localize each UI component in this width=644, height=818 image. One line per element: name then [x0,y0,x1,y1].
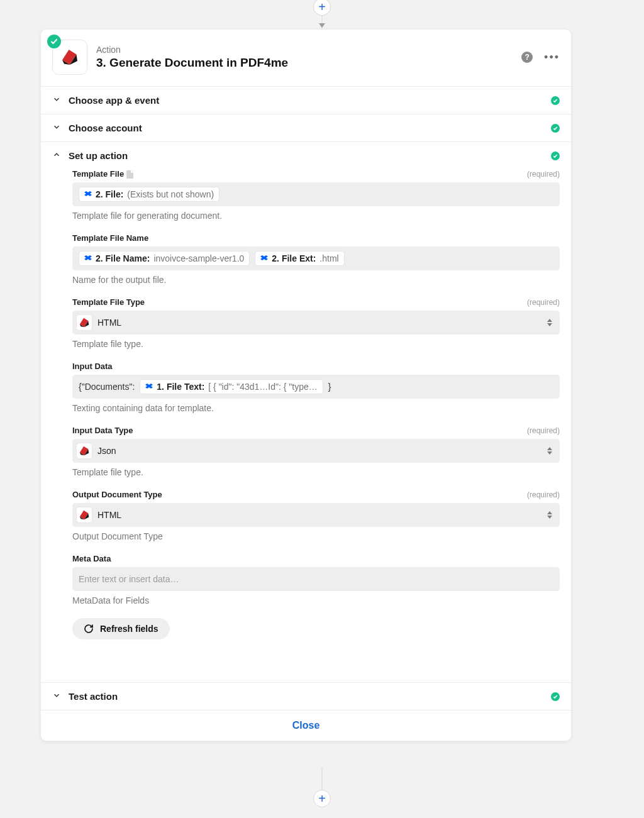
template-file-help: Template file for generating document. [72,211,560,221]
section-choose-app-label: Choose app & event [69,95,159,106]
input-data-suffix: } [328,382,331,392]
meta-data-input[interactable]: Enter text or insert data… [72,567,560,591]
input-data-help: Texting containing data for template. [72,403,560,413]
pill-key: 1. File Text: [157,382,204,392]
header-eyebrow: Action [96,45,513,55]
file-pill[interactable]: 2. File: (Exists but not shown) [79,187,219,202]
template-file-name-help: Name for the output file. [72,275,560,285]
check-icon [551,124,560,133]
status-complete-badge [47,35,61,48]
section-test-action[interactable]: Test action [41,682,571,710]
help-icon[interactable]: ? [521,52,533,63]
field-input-data: Input Data {"Documents": 1. File Text: [… [72,362,560,413]
template-file-type-select[interactable]: HTML [72,311,560,334]
required-label: (required) [527,490,560,499]
add-step-button-bottom[interactable]: + [313,790,331,807]
input-data-prefix: {"Documents": [79,382,135,392]
template-file-name-input[interactable]: 2. File Name: invoivce-sample-ver1.0 2. … [72,246,560,270]
output-doc-type-label: Output Document Type [72,490,162,499]
output-doc-type-select[interactable]: HTML [72,503,560,527]
more-menu-icon[interactable]: ••• [544,51,560,64]
input-data-type-label: Input Data Type [72,426,133,435]
sort-icon [547,447,552,455]
pill-val: (Exists but not shown) [127,189,214,199]
field-input-data-type: Input Data Type (required) Json Template… [72,426,560,477]
required-label: (required) [527,426,560,435]
pill-val: invoivce-sample-ver1.0 [153,253,244,263]
pill-val: [ { "id": "43d1…Id": { "type… [208,382,318,392]
section-choose-app[interactable]: Choose app & event [41,86,571,114]
required-label: (required) [527,170,560,179]
chevron-down-icon [52,123,61,133]
chevron-down-icon [52,95,61,106]
field-template-file-name: Template File Name 2. File Name: invoivc… [72,233,560,285]
pill-key: 2. File Ext: [272,253,316,263]
close-button[interactable]: Close [41,710,571,741]
pdf4me-icon [76,314,92,331]
template-file-name-label: Template File Name [72,233,148,243]
arrowhead-icon [319,23,325,28]
check-icon [551,152,560,160]
sort-icon [547,319,552,326]
input-data-label: Input Data [72,362,113,371]
field-output-doc-type: Output Document Type (required) HTML Out… [72,490,560,541]
header-title: 3. Generate Document in PDF4me [96,56,513,70]
input-data-type-help: Template file type. [72,467,560,477]
file-ext-pill[interactable]: 2. File Ext: .html [255,251,344,266]
field-template-file: Template File (required) 2. File: (Exist… [72,169,560,221]
template-file-input[interactable]: 2. File: (Exists but not shown) [72,182,560,206]
refresh-fields-button[interactable]: Refresh fields [72,618,170,639]
output-doc-type-help: Output Document Type [72,531,560,541]
dropbox-icon [84,255,92,262]
file-icon [126,170,133,179]
template-file-type-label: Template File Type [72,297,145,307]
template-file-label: Template File [72,169,133,179]
required-label: (required) [527,298,560,307]
section-choose-account[interactable]: Choose account [41,114,571,141]
template-file-type-help: Template file type. [72,339,560,349]
select-value: HTML [97,318,121,328]
select-value: HTML [97,510,121,520]
dropbox-icon [84,191,92,198]
refresh-fields-label: Refresh fields [100,624,158,634]
pill-val: .html [319,253,338,263]
dropbox-icon [260,255,268,262]
pill-key: 2. File: [96,189,123,199]
section-test-label: Test action [69,691,118,702]
file-name-pill[interactable]: 2. File Name: invoivce-sample-ver1.0 [79,251,250,266]
action-card: Action 3. Generate Document in PDF4me ? … [40,29,572,741]
section-choose-account-label: Choose account [69,123,142,133]
section-set-up-action[interactable]: Set up action [41,141,571,169]
pdf4me-icon [76,507,92,523]
chevron-up-icon [52,150,61,161]
check-icon [551,96,560,105]
sort-icon [547,511,552,519]
input-data-input[interactable]: {"Documents": 1. File Text: [ { "id": "4… [72,375,560,399]
meta-data-placeholder: Enter text or insert data… [79,574,179,584]
chevron-down-icon [52,691,61,702]
section-set-up-label: Set up action [69,150,128,161]
field-meta-data: Meta Data Enter text or insert data… Met… [72,554,560,605]
card-header: Action 3. Generate Document in PDF4me ? … [41,30,571,86]
add-step-button-top[interactable]: + [313,0,331,16]
check-icon [551,692,560,701]
close-label: Close [292,720,320,731]
pill-key: 2. File Name: [96,253,150,263]
file-text-pill[interactable]: 1. File Text: [ { "id": "43d1…Id": { "ty… [140,379,323,394]
input-data-type-select[interactable]: Json [72,439,560,463]
field-template-file-type: Template File Type (required) HTML Templ… [72,297,560,349]
pdf4me-icon [76,443,92,459]
dropbox-icon [145,383,153,390]
app-icon-wrap [52,40,87,75]
set-up-action-body: Template File (required) 2. File: (Exist… [41,169,571,682]
select-value: Json [97,446,116,456]
meta-data-label: Meta Data [72,554,111,563]
refresh-icon [84,624,94,634]
meta-data-help: MetaData for Fields [72,595,560,605]
